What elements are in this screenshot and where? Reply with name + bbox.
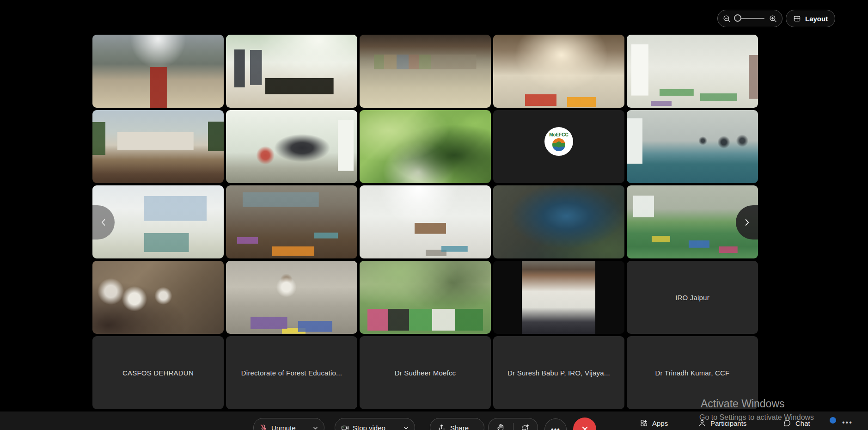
- video-tile-r3c2[interactable]: [226, 185, 357, 258]
- unmute-button[interactable]: Unmute: [253, 418, 324, 430]
- layout-button-label: Layout: [805, 15, 828, 23]
- grid-layout-icon: [793, 15, 801, 23]
- participant-name-tile[interactable]: IRO Jaipur: [627, 261, 758, 334]
- stop-video-button[interactable]: Stop video: [335, 418, 415, 430]
- ellipsis-icon: •••: [842, 418, 853, 427]
- participant-name-tile[interactable]: Dr Suresh Babu P, IRO, Vijaya...: [493, 336, 624, 409]
- divider: [513, 423, 513, 430]
- video-tile-r2c3[interactable]: [360, 110, 491, 183]
- avatar: MoEFCC: [544, 127, 573, 156]
- chevron-down-icon[interactable]: [403, 425, 409, 430]
- toolbar-overflow-button[interactable]: •••: [842, 418, 853, 427]
- apps-label: Apps: [652, 419, 668, 427]
- meeting-window: { "topbar": { "layout_label": "Layout" }…: [0, 0, 868, 430]
- moefcc-emblem-icon: [552, 138, 565, 151]
- participant-name-tile[interactable]: CASFOS DEHRADUN: [92, 336, 224, 409]
- video-tile-r4c2[interactable]: [226, 261, 357, 334]
- video-tile-r1c5[interactable]: [627, 35, 758, 108]
- unmute-label: Unmute: [271, 424, 296, 430]
- zoom-out-icon[interactable]: [722, 14, 731, 23]
- video-tile-r4c4[interactable]: [493, 261, 624, 334]
- video-tile-r3c3[interactable]: [360, 185, 491, 258]
- chevron-down-icon[interactable]: [312, 425, 318, 430]
- gallery-zoom-control[interactable]: [717, 10, 782, 27]
- video-tile-r2c1[interactable]: [92, 110, 224, 183]
- participant-gallery: MoEFCC IRO Jaipur CASFOS DEHRADUN Direct…: [92, 35, 758, 409]
- share-label: Share: [450, 424, 469, 430]
- video-tile-r2c2[interactable]: [226, 110, 357, 183]
- blue-dot-indicator: [830, 417, 836, 424]
- zoom-in-icon[interactable]: [769, 14, 777, 23]
- video-camera-icon: [341, 424, 349, 430]
- participant-name: Dr Trinadh Kumar, CCF: [655, 369, 730, 377]
- ellipsis-icon: •••: [551, 425, 560, 430]
- share-button[interactable]: Share: [430, 418, 484, 430]
- stop-video-label: Stop video: [353, 424, 385, 430]
- more-options-button[interactable]: •••: [544, 418, 567, 430]
- video-tile-r4c1[interactable]: [92, 261, 224, 334]
- close-x-icon: [581, 425, 589, 430]
- video-tile-r4c3[interactable]: [360, 261, 491, 334]
- reactions-smiley-icon[interactable]: [521, 424, 530, 430]
- participant-name: CASFOS DEHRADUN: [122, 369, 194, 377]
- video-tile-r3c4[interactable]: [493, 185, 624, 258]
- participant-name: Directorate of Forest Educatio...: [241, 369, 342, 377]
- video-tile-r1c2[interactable]: [226, 35, 357, 108]
- chevron-left-icon: [98, 217, 109, 227]
- video-tile-r2c5[interactable]: [627, 110, 758, 183]
- participant-name-tile[interactable]: Dr Sudheer Moefcc: [360, 336, 491, 409]
- video-tile-r1c3[interactable]: [360, 35, 491, 108]
- layout-button[interactable]: Layout: [786, 10, 835, 27]
- chevron-right-icon: [742, 217, 752, 227]
- microphone-muted-icon: [259, 424, 268, 430]
- participant-name: IRO Jaipur: [675, 294, 709, 301]
- participant-name: Dr Suresh Babu P, IRO, Vijaya...: [507, 369, 610, 377]
- video-tile-r1c1[interactable]: [92, 35, 224, 108]
- share-icon: [437, 424, 446, 430]
- reactions-group: [488, 418, 538, 430]
- zoom-slider-track[interactable]: [735, 18, 764, 19]
- zoom-slider-knob[interactable]: [734, 14, 741, 22]
- moefcc-logo-label: MoEFCC: [549, 132, 568, 137]
- raise-hand-icon[interactable]: [496, 424, 505, 430]
- moefcc-logo-tile[interactable]: MoEFCC: [493, 110, 624, 183]
- apps-icon: [640, 419, 648, 427]
- video-tile-r1c4[interactable]: [493, 35, 624, 108]
- leave-meeting-button[interactable]: [573, 418, 596, 430]
- apps-button[interactable]: Apps: [640, 419, 668, 427]
- activate-windows-hint: Go to Settings to activate Windows: [699, 413, 814, 422]
- activate-windows-watermark: Activate Windows: [701, 398, 785, 410]
- participant-name-tile[interactable]: Directorate of Forest Educatio...: [226, 336, 357, 409]
- participant-name: Dr Sudheer Moefcc: [395, 369, 456, 377]
